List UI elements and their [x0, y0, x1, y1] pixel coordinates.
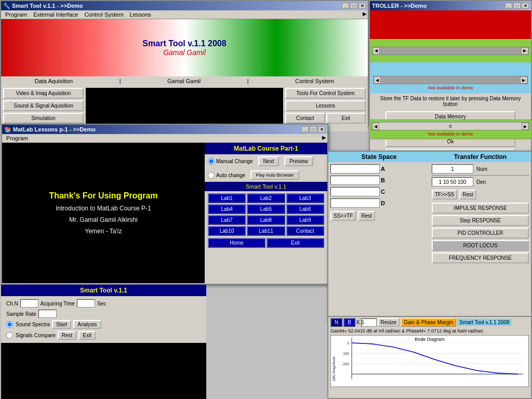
contact-inner-btn[interactable]: Contact [286, 226, 324, 236]
right-blue-area: ◀ ▶ Not avaliable in demo [370, 62, 531, 94]
lab8-btn[interactable]: Lab8 [247, 215, 285, 225]
step-btn[interactable]: Step RESPONSE [432, 215, 529, 226]
exit-signal-btn[interactable]: Exit [78, 331, 96, 340]
next-btn[interactable]: Next [258, 156, 280, 166]
lessons-menu-program[interactable]: Program [3, 135, 31, 142]
lessons-minimize-btn[interactable]: _ [301, 126, 309, 132]
right-maximize-btn[interactable]: □ [513, 3, 521, 9]
acquiring-input[interactable] [77, 299, 95, 308]
play-auto-btn[interactable]: Play Auto Browser [250, 170, 299, 180]
auto-change-label: Auto change [208, 172, 245, 179]
matrix-a-input[interactable] [330, 164, 380, 174]
exit-course-btn[interactable]: Exit [267, 238, 324, 248]
main-window-controls: _ □ ✕ [342, 3, 366, 9]
nav-control-system[interactable]: Control System [293, 77, 336, 85]
lessons-intro-text: Introduction to MatLab Course P-1 [56, 205, 151, 212]
lab5-btn[interactable]: Lab5 [247, 204, 285, 214]
scroll-track2[interactable] [381, 76, 520, 84]
gain-phase-btn[interactable]: Gain & Phase Margin [401, 318, 456, 327]
signal-bottom-area: Smart Tool v.1.1 Ch.N Acquiring Time Sec… [1, 285, 206, 399]
freq-btn[interactable]: FREQUENCY RESPONSE [432, 252, 529, 263]
sound-spectra-radio[interactable] [6, 321, 13, 328]
matrix-d-input[interactable] [330, 198, 380, 208]
scroll-left-arrow2[interactable]: ◀ [374, 76, 381, 84]
right-close-btn[interactable]: ✕ [522, 3, 529, 9]
lessons-maximize-btn[interactable]: □ [310, 126, 317, 132]
manual-radio[interactable] [208, 158, 215, 165]
ch-n-input[interactable] [20, 299, 38, 308]
right-minimize-btn[interactable]: _ [505, 3, 512, 9]
nav-separator2: | [245, 77, 251, 85]
exit-btn[interactable]: Exit [326, 113, 366, 124]
matrix-b-label: B [381, 177, 389, 183]
scroll-left-arrow3[interactable]: ◀ [372, 123, 379, 130]
matrix-c-row: C [330, 187, 428, 196]
menu-control-system[interactable]: Control System [81, 11, 126, 18]
impulse-btn[interactable]: IMPULSE RESPONSE [432, 203, 529, 214]
maximize-button[interactable]: □ [350, 3, 357, 9]
lab2-btn[interactable]: Lab2 [247, 193, 285, 203]
lab1-btn[interactable]: Lab1 [208, 193, 246, 203]
matrix-a-label: A [381, 166, 389, 172]
lessons-btn[interactable]: Lessons [285, 100, 366, 111]
pid-btn[interactable]: PID CONTROLLER [432, 228, 529, 238]
lab4-btn[interactable]: Lab4 [208, 204, 246, 214]
matrix-a-row: A [330, 164, 428, 174]
matrix-b-input[interactable] [330, 176, 380, 185]
den-input[interactable] [432, 177, 473, 187]
lab-grid: Lab1 Lab2 Lab3 Lab4 Lab5 Lab6 Lab7 Lab8 … [205, 191, 327, 238]
menu-lessons[interactable]: Lessons [127, 11, 154, 18]
analysis-btn[interactable]: Analysis [73, 320, 101, 329]
scroll-right-arrow3[interactable]: ▶ [522, 123, 529, 130]
contact-btn[interactable]: Contact [285, 113, 325, 124]
rest-signal-btn[interactable]: Rest [58, 331, 77, 340]
smart-tool-section: Smart Tool v.1.1 [205, 182, 327, 191]
lab9-btn[interactable]: Lab9 [286, 215, 324, 225]
num-input[interactable] [432, 164, 473, 174]
n-btn[interactable]: N [330, 318, 342, 327]
lab10-btn[interactable]: Lab10 [208, 226, 246, 236]
k-input[interactable] [361, 318, 377, 327]
rest2-btn[interactable]: Rest [358, 211, 375, 221]
lessons-body: Thank's For Using Program Introduction t… [2, 143, 327, 283]
scroll-right-arrow[interactable]: ▶ [521, 47, 528, 55]
scroll-left-arrow[interactable]: ◀ [373, 47, 380, 55]
root-locus-btn[interactable]: ROOT LOCUS [432, 240, 529, 251]
signals-compare-radio[interactable] [6, 332, 13, 339]
resize-btn[interactable]: Resize [378, 318, 400, 327]
start-btn[interactable]: Start [52, 320, 71, 329]
video-imag-btn[interactable]: Video & Imag Aquisition [3, 88, 84, 99]
main-display-area [86, 88, 283, 129]
rest-btn[interactable]: Rest [459, 190, 476, 200]
matrix-b-row: B [330, 176, 428, 185]
matrix-c-input[interactable] [330, 187, 380, 196]
sound-spectra-text: Sound Spectra [16, 322, 50, 327]
preview-btn[interactable]: Preview [284, 156, 313, 166]
simulation-btn[interactable]: Simulation [3, 113, 84, 124]
b-btn[interactable]: B [343, 318, 355, 327]
menu-external-interface[interactable]: External Interface [30, 11, 81, 18]
right-green-area: ◀ ▶ [370, 39, 531, 62]
lessons-close-btn[interactable]: ✕ [318, 126, 325, 132]
scroll-right-arrow2[interactable]: ▶ [520, 76, 527, 84]
lab11-btn[interactable]: Lab11 [247, 226, 285, 236]
scroll-track[interactable] [380, 47, 521, 55]
nav-data-aquisition[interactable]: Data Aquisition [33, 77, 75, 85]
close-button[interactable]: ✕ [358, 3, 366, 9]
sample-rate-input[interactable] [38, 310, 57, 318]
lab6-btn[interactable]: Lab6 [286, 204, 324, 214]
lessons-title-bar: 📚 MatLab Lessons p-1 - >>Demo _ □ ✕ [2, 125, 327, 134]
bode-y-label: (dB) Magnitude [332, 356, 336, 381]
menu-program[interactable]: Program [2, 11, 30, 18]
minimize-button[interactable]: _ [342, 3, 349, 9]
lab7-btn[interactable]: Lab7 [208, 215, 246, 225]
sound-signal-btn[interactable]: Sound & Signal Aquisition [3, 100, 84, 111]
tf-ss-btn[interactable]: TF>>SS [432, 190, 457, 200]
num-label: Num [476, 166, 487, 172]
ss-tf-btn[interactable]: SS>>TF [330, 211, 356, 221]
main-header: Smart Tool v.1.1 2008 Gamal Gamil [1, 19, 368, 76]
lab3-btn[interactable]: Lab3 [286, 193, 324, 203]
home-btn[interactable]: Home [208, 238, 265, 248]
tools-control-btn[interactable]: Tools For Control System [285, 88, 366, 99]
auto-radio[interactable] [208, 172, 215, 179]
